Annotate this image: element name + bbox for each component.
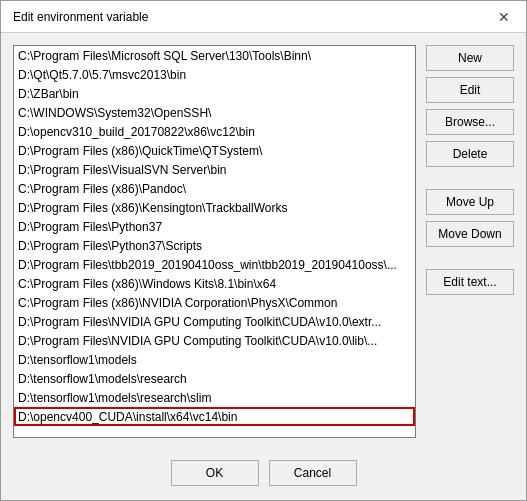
list-item[interactable]: D:\tensorflow1\models\research\slim: [14, 388, 415, 407]
new-button[interactable]: New: [426, 45, 514, 71]
list-item[interactable]: D:\ZBar\bin: [14, 84, 415, 103]
move-down-button[interactable]: Move Down: [426, 221, 514, 247]
buttons-panel: New Edit Browse... Delete Move Up Move D…: [426, 45, 514, 438]
list-container: C:\Program Files\Microsoft SQL Server\13…: [13, 45, 416, 438]
edit-text-button[interactable]: Edit text...: [426, 269, 514, 295]
delete-button[interactable]: Delete: [426, 141, 514, 167]
title-bar: Edit environment variable ✕: [1, 1, 526, 33]
list-item[interactable]: C:\Program Files\Microsoft SQL Server\13…: [14, 46, 415, 65]
list-item[interactable]: D:\Program Files (x86)\Kensington\Trackb…: [14, 198, 415, 217]
list-item[interactable]: D:\Program Files\NVIDIA GPU Computing To…: [14, 312, 415, 331]
path-list-box[interactable]: C:\Program Files\Microsoft SQL Server\13…: [13, 45, 416, 438]
list-item[interactable]: D:\opencv310_build_20170822\x86\vc12\bin: [14, 122, 415, 141]
cancel-button[interactable]: Cancel: [269, 460, 357, 486]
list-item[interactable]: D:\Program Files\tbb2019_20190410oss_win…: [14, 255, 415, 274]
list-item[interactable]: C:\Program Files (x86)\NVIDIA Corporatio…: [14, 293, 415, 312]
list-item[interactable]: D:\Program Files\NVIDIA GPU Computing To…: [14, 331, 415, 350]
list-item[interactable]: C:\Program Files (x86)\Pandoc\: [14, 179, 415, 198]
dialog-body: C:\Program Files\Microsoft SQL Server\13…: [1, 33, 526, 450]
edit-button[interactable]: Edit: [426, 77, 514, 103]
dialog-title: Edit environment variable: [13, 10, 148, 24]
spacer1: [426, 173, 514, 183]
move-up-button[interactable]: Move Up: [426, 189, 514, 215]
list-item[interactable]: D:\Program Files\VisualSVN Server\bin: [14, 160, 415, 179]
browse-button[interactable]: Browse...: [426, 109, 514, 135]
spacer2: [426, 253, 514, 263]
list-item[interactable]: D:\tensorflow1\models: [14, 350, 415, 369]
ok-button[interactable]: OK: [171, 460, 259, 486]
list-item[interactable]: C:\WINDOWS\System32\OpenSSH\: [14, 103, 415, 122]
list-item[interactable]: D:\Program Files\Python37: [14, 217, 415, 236]
close-button[interactable]: ✕: [494, 7, 514, 27]
list-item[interactable]: C:\Program Files (x86)\Windows Kits\8.1\…: [14, 274, 415, 293]
list-item[interactable]: D:\tensorflow1\models\research: [14, 369, 415, 388]
dialog-footer: OK Cancel: [1, 450, 526, 500]
list-item[interactable]: D:\opencv400_CUDA\install\x64\vc14\bin: [14, 407, 415, 426]
list-item[interactable]: D:\Qt\Qt5.7.0\5.7\msvc2013\bin: [14, 65, 415, 84]
edit-env-variable-dialog: Edit environment variable ✕ C:\Program F…: [0, 0, 527, 501]
list-item[interactable]: D:\Program Files\Python37\Scripts: [14, 236, 415, 255]
list-item[interactable]: D:\Program Files (x86)\QuickTime\QTSyste…: [14, 141, 415, 160]
